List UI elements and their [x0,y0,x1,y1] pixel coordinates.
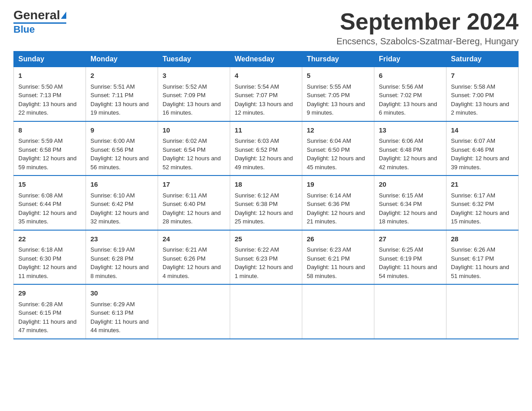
sunset-text: Sunset: 6:44 PM [18,201,61,207]
sunset-text: Sunset: 6:52 PM [235,146,278,153]
day-number: 8 [18,125,81,136]
sunset-text: Sunset: 6:26 PM [163,255,206,262]
sunrise-text: Sunrise: 6:02 AM [163,137,207,144]
daylight-text: Daylight: 12 hours and 39 minutes. [451,155,509,171]
daylight-text: Daylight: 13 hours and 9 minutes. [307,101,365,116]
day-number: 4 [235,71,297,81]
daylight-text: Daylight: 13 hours and 16 minutes. [163,101,221,116]
daylight-text: Daylight: 12 hours and 56 minutes. [90,155,149,171]
day-number: 13 [379,125,442,136]
day-number: 26 [307,234,369,244]
day-number: 12 [307,125,369,136]
daylight-text: Daylight: 12 hours and 21 minutes. [307,210,365,225]
day-number: 18 [235,180,297,190]
calendar-cell: 30Sunrise: 6:29 AMSunset: 6:13 PMDayligh… [86,284,158,339]
calendar-cell: 1Sunrise: 5:50 AMSunset: 7:13 PMDaylight… [14,67,86,121]
calendar-cell: 21Sunrise: 6:17 AMSunset: 6:32 PMDayligh… [446,176,519,230]
calendar-cell: 17Sunrise: 6:11 AMSunset: 6:40 PMDayligh… [158,176,230,230]
day-number: 20 [379,180,442,190]
daylight-text: Daylight: 13 hours and 2 minutes. [451,101,509,116]
calendar-cell [230,284,302,339]
sunrise-text: Sunrise: 5:56 AM [379,83,423,90]
day-number: 27 [379,234,442,244]
sunrise-text: Sunrise: 5:50 AM [18,83,63,90]
sunset-text: Sunset: 6:36 PM [307,201,350,207]
daylight-text: Daylight: 12 hours and 25 minutes. [235,210,293,225]
calendar-cell: 16Sunrise: 6:10 AMSunset: 6:42 PMDayligh… [86,176,158,230]
calendar-cell: 23Sunrise: 6:19 AMSunset: 6:28 PMDayligh… [86,230,158,285]
sunset-text: Sunset: 6:28 PM [90,255,133,262]
daylight-text: Daylight: 12 hours and 59 minutes. [18,155,77,171]
daylight-text: Daylight: 12 hours and 52 minutes. [163,155,221,171]
sunset-text: Sunset: 6:50 PM [307,146,350,153]
calendar-cell: 4Sunrise: 5:54 AMSunset: 7:07 PMDaylight… [230,67,302,121]
daylight-text: Daylight: 11 hours and 58 minutes. [307,264,365,279]
sunrise-text: Sunrise: 6:03 AM [235,137,279,144]
sunrise-text: Sunrise: 5:51 AM [90,83,135,90]
daylight-text: Daylight: 12 hours and 28 minutes. [163,210,221,225]
sunrise-text: Sunrise: 6:15 AM [379,192,423,199]
month-title: September 2024 [336,9,519,34]
calendar-cell: 9Sunrise: 6:00 AMSunset: 6:56 PMDaylight… [86,121,158,176]
calendar-header-row: SundayMondayTuesdayWednesdayThursdayFrid… [14,51,519,67]
sunrise-text: Sunrise: 6:28 AM [18,301,63,308]
sunrise-text: Sunrise: 6:04 AM [307,137,351,144]
sunrise-text: Sunrise: 6:22 AM [235,246,279,253]
calendar-week-row: 29Sunrise: 6:28 AMSunset: 6:15 PMDayligh… [14,284,519,339]
day-header-monday: Monday [86,51,158,67]
sunrise-text: Sunrise: 6:26 AM [451,246,495,253]
daylight-text: Daylight: 12 hours and 1 minute. [235,264,293,279]
logo-triangle-icon [61,12,66,19]
sunset-text: Sunset: 6:48 PM [379,146,422,153]
daylight-text: Daylight: 12 hours and 4 minutes. [163,264,221,279]
sunrise-text: Sunrise: 6:10 AM [90,192,135,199]
sunrise-text: Sunrise: 6:18 AM [18,246,63,253]
calendar-cell: 14Sunrise: 6:07 AMSunset: 6:46 PMDayligh… [446,121,519,176]
day-header-saturday: Saturday [446,51,519,67]
calendar-week-row: 15Sunrise: 6:08 AMSunset: 6:44 PMDayligh… [14,176,519,230]
day-header-friday: Friday [374,51,446,67]
calendar-cell: 5Sunrise: 5:55 AMSunset: 7:05 PMDaylight… [302,67,374,121]
calendar-cell: 6Sunrise: 5:56 AMSunset: 7:02 PMDaylight… [374,67,446,121]
sunset-text: Sunset: 6:34 PM [379,201,422,207]
day-number: 14 [451,125,514,136]
day-number: 5 [307,71,369,81]
sunrise-text: Sunrise: 6:17 AM [451,192,495,199]
day-number: 30 [90,288,153,299]
daylight-text: Daylight: 11 hours and 51 minutes. [451,264,509,279]
calendar-cell: 26Sunrise: 6:23 AMSunset: 6:21 PMDayligh… [302,230,374,285]
calendar-week-row: 8Sunrise: 5:59 AMSunset: 6:58 PMDaylight… [14,121,519,176]
calendar-cell: 13Sunrise: 6:06 AMSunset: 6:48 PMDayligh… [374,121,446,176]
daylight-text: Daylight: 12 hours and 11 minutes. [18,264,77,279]
day-number: 21 [451,180,514,190]
sunset-text: Sunset: 6:46 PM [451,146,494,153]
day-number: 1 [18,71,81,81]
daylight-text: Daylight: 11 hours and 54 minutes. [379,264,437,279]
calendar-cell [302,284,374,339]
calendar-cell: 18Sunrise: 6:12 AMSunset: 6:38 PMDayligh… [230,176,302,230]
sunset-text: Sunset: 7:02 PM [379,92,422,98]
calendar-cell: 12Sunrise: 6:04 AMSunset: 6:50 PMDayligh… [302,121,374,176]
sunset-text: Sunset: 7:07 PM [235,92,278,98]
calendar-cell: 15Sunrise: 6:08 AMSunset: 6:44 PMDayligh… [14,176,86,230]
calendar-cell: 20Sunrise: 6:15 AMSunset: 6:34 PMDayligh… [374,176,446,230]
daylight-text: Daylight: 12 hours and 18 minutes. [379,210,437,225]
daylight-text: Daylight: 13 hours and 12 minutes. [235,101,293,116]
sunrise-text: Sunrise: 6:25 AM [379,246,423,253]
day-number: 2 [90,71,153,81]
calendar-cell: 24Sunrise: 6:21 AMSunset: 6:26 PMDayligh… [158,230,230,285]
sunset-text: Sunset: 6:58 PM [18,146,61,153]
day-number: 22 [18,234,81,244]
logo: General Blue [13,9,66,35]
sunrise-text: Sunrise: 6:29 AM [90,301,135,308]
day-number: 15 [18,180,81,190]
day-header-wednesday: Wednesday [230,51,302,67]
daylight-text: Daylight: 12 hours and 15 minutes. [451,210,509,225]
sunset-text: Sunset: 6:15 PM [18,309,61,316]
sunrise-text: Sunrise: 6:07 AM [451,137,495,144]
day-header-tuesday: Tuesday [158,51,230,67]
calendar-cell: 10Sunrise: 6:02 AMSunset: 6:54 PMDayligh… [158,121,230,176]
day-number: 6 [379,71,442,81]
sunset-text: Sunset: 6:21 PM [307,255,350,262]
day-number: 16 [90,180,153,190]
